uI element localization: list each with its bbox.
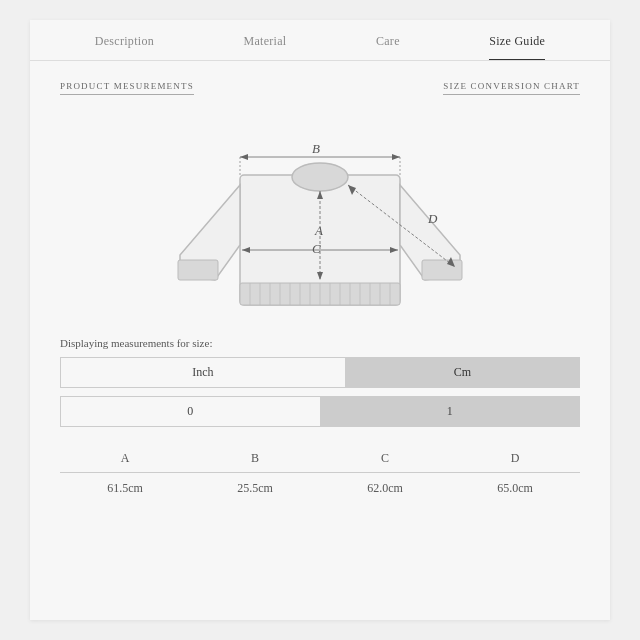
value-a: 61.5cm — [60, 473, 190, 505]
svg-marker-28 — [240, 154, 248, 160]
svg-point-1 — [292, 163, 348, 191]
content-area: PRODUCT MESUREMENTS SIZE CONVERSION CHAR… — [30, 61, 610, 528]
col-header-d: D — [450, 445, 580, 473]
value-d: 65.0cm — [450, 473, 580, 505]
value-b: 25.5cm — [190, 473, 320, 505]
size-guide-card: Description Material Care Size Guide PRO… — [30, 20, 610, 620]
col-header-c: C — [320, 445, 450, 473]
size-1-option[interactable]: 1 — [320, 397, 580, 427]
col-header-b: B — [190, 445, 320, 473]
cm-option[interactable]: Cm — [345, 358, 579, 388]
sweater-svg: A B C D — [160, 105, 480, 325]
svg-text:A: A — [314, 223, 323, 238]
bottom-measurements: A B C D 61.5cm 25.5cm 62.0cm 65.0cm — [60, 445, 580, 504]
col-header-a: A — [60, 445, 190, 473]
tab-description[interactable]: Description — [95, 34, 154, 60]
top-labels: PRODUCT MESUREMENTS SIZE CONVERSION CHAR… — [60, 81, 580, 95]
display-label: Displaying measurements for size: — [60, 337, 580, 349]
size-0-option[interactable]: 0 — [61, 397, 321, 427]
tab-size-guide[interactable]: Size Guide — [489, 34, 545, 60]
svg-text:C: C — [312, 241, 321, 256]
size-toggle-table: 0 1 — [60, 396, 580, 427]
svg-marker-29 — [392, 154, 400, 160]
svg-text:B: B — [312, 141, 320, 156]
measurements-row: 61.5cm 25.5cm 62.0cm 65.0cm — [60, 473, 580, 505]
svg-rect-5 — [422, 260, 462, 280]
tab-care[interactable]: Care — [376, 34, 400, 60]
inch-option[interactable]: Inch — [61, 358, 346, 388]
svg-rect-3 — [178, 260, 218, 280]
unit-toggle-table: Inch Cm — [60, 357, 580, 388]
measurements-table: A B C D 61.5cm 25.5cm 62.0cm 65.0cm — [60, 445, 580, 504]
value-c: 62.0cm — [320, 473, 450, 505]
tab-bar: Description Material Care Size Guide — [30, 20, 610, 61]
sweater-diagram: A B C D — [60, 105, 580, 325]
product-measurements-title: PRODUCT MESUREMENTS — [60, 81, 194, 95]
size-conversion-title: SIZE CONVERSION CHART — [443, 81, 580, 95]
svg-text:D: D — [427, 211, 438, 226]
tab-material[interactable]: Material — [243, 34, 286, 60]
